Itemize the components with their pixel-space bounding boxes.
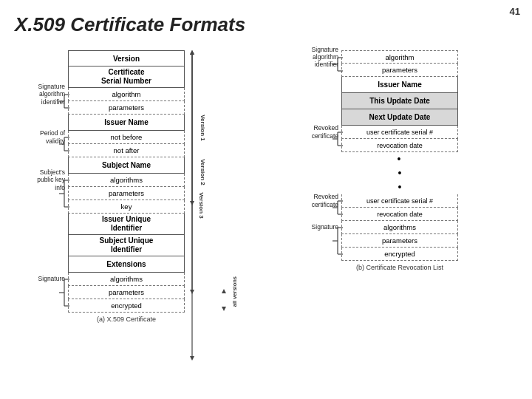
- crl-caption: (b) Certificate Revocation List: [341, 264, 458, 271]
- crl-sig-enc-box: encrypted: [341, 248, 458, 261]
- cert-diagram: Version CertificateSerial Number algorit…: [7, 50, 244, 323]
- cert-serial-box: CertificateSerial Number: [68, 66, 185, 88]
- crl-sig-bracket: [335, 221, 344, 261]
- sig-alg-label: Signaturealgorithmidentifier: [10, 83, 65, 106]
- crl-rev1-label: Revokedcertificate: [290, 124, 338, 139]
- crl-this-update-box: This Update Date: [341, 93, 458, 109]
- crl-alg-box: algorithm Signaturealgorithmidentifier: [341, 50, 458, 64]
- crl-rev-date1-box: revocation date: [341, 139, 458, 152]
- main-content: Version CertificateSerial Number algorit…: [0, 44, 532, 399]
- validity-label: Period ofvalidity: [10, 129, 65, 144]
- sig-alg-bracket: [62, 88, 71, 115]
- validity-bracket: [62, 131, 71, 157]
- cert-pk-alg-box: algorithms Subject'spublic keyinfo: [68, 174, 185, 187]
- crl-dots: •: [341, 152, 458, 166]
- cert-issuer-box: Issuer Name: [68, 115, 185, 131]
- crl-rev1-bracket: [335, 126, 344, 152]
- cert-sig-enc-box: encrypted: [68, 299, 185, 313]
- crl-structure: algorithm Signaturealgorithmidentifier p…: [341, 50, 458, 261]
- cert-pk-key-box: key: [68, 200, 185, 214]
- svg-marker-29: [222, 307, 226, 311]
- cert-extensions-box: Extensions: [68, 256, 185, 273]
- cert-version-box: Version: [68, 50, 185, 66]
- crl-rev2-bracket: [335, 194, 344, 221]
- svg-marker-28: [222, 289, 226, 293]
- crl-sig-alg-bracket: [335, 51, 344, 78]
- crl-sig-alg-label: Signaturealgorithmidentifier: [290, 46, 338, 69]
- crl-rev-serial2-box: user certificate serial # Revokedcertifi…: [341, 194, 458, 208]
- cert-subject-uid-box: Subject UniqueIdentifier: [68, 235, 185, 256]
- crl-sig-label: Signature: [290, 223, 338, 231]
- version3-bracket: Version 3: [186, 50, 204, 361]
- crl-params-box: parameters: [341, 64, 458, 77]
- crl-dots3: •: [341, 180, 458, 194]
- cert-pk-params-box: parameters: [68, 187, 185, 200]
- cert-sig-params-box: parameters: [68, 286, 185, 299]
- pk-bracket: [62, 174, 71, 214]
- cert-subject-box: Subject Name: [68, 157, 185, 174]
- svg-marker-25: [190, 50, 194, 55]
- crl-diagram: algorithm Signaturealgorithmidentifier p…: [288, 50, 502, 271]
- pk-label: Subject'spublic keyinfo: [10, 168, 65, 191]
- svg-text:Version 3: Version 3: [198, 192, 205, 219]
- cert-structure: Version CertificateSerial Number algorit…: [68, 50, 185, 313]
- signature-label: Signature: [10, 275, 65, 282]
- all-versions-label: all versions: [231, 276, 238, 307]
- cert-sig-alg-box: algorithms Signature: [68, 273, 185, 286]
- page-number: 41: [510, 6, 520, 17]
- cert-notafter-box: not after: [68, 144, 185, 157]
- all-versions-arrows: [219, 289, 229, 311]
- cert-caption: (a) X.509 Certificate: [68, 316, 185, 323]
- crl-rev-serial1-box: user certificate serial # Revokedcertifi…: [341, 126, 458, 139]
- cert-params-box: parameters: [68, 101, 185, 115]
- crl-sig-alg2-box: algorithms Signature: [341, 221, 458, 234]
- crl-sig-params2-box: parameters: [341, 234, 458, 248]
- page-title: X.509 Certificate Formats: [15, 13, 245, 36]
- crl-rev2-label: Revokedcertificate: [290, 193, 338, 208]
- cert-issuer-uid-box: Issuer UniqueIdentifier: [68, 214, 185, 235]
- svg-marker-26: [190, 356, 194, 361]
- sig-bracket: [62, 273, 71, 313]
- cert-alg-box: algorithm Signaturealgorithmidentifier: [68, 88, 185, 101]
- crl-next-update-box: Next Update Date: [341, 109, 458, 126]
- crl-dots2: •: [341, 166, 458, 180]
- crl-rev-date2-box: revocation date: [341, 208, 458, 221]
- cert-notbefore-box: not before Period ofvalidity: [68, 131, 185, 144]
- crl-issuer-box: Issuer Name: [341, 77, 458, 93]
